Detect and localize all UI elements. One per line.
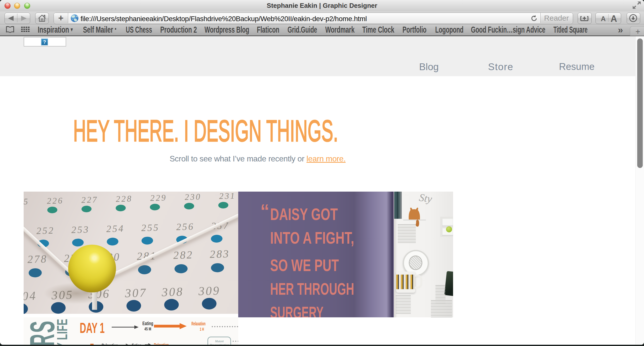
svg-text:Procrastination: Procrastination xyxy=(210,343,229,345)
svg-text:HEY THERE. I DESIGN THINGS.: HEY THERE. I DESIGN THINGS. xyxy=(73,114,338,147)
svg-text:HER THROUGH: HER THROUGH xyxy=(270,280,354,298)
svg-text:SURGERY: SURGERY xyxy=(270,303,324,317)
svg-text:Relaxation: Relaxation xyxy=(154,342,169,345)
svg-text:SO WE PUT: SO WE PUT xyxy=(270,256,339,275)
svg-text:INTO A FIGHT,: INTO A FIGHT, xyxy=(270,229,354,247)
svg-text:Relaxation: Relaxation xyxy=(191,321,206,326)
svg-text:Eating: Eating xyxy=(132,343,141,345)
svg-text:DAISY GOT: DAISY GOT xyxy=(270,205,338,224)
svg-text:45 M: 45 M xyxy=(144,327,151,331)
svg-text:Eating: Eating xyxy=(142,321,153,326)
svg-text:1 H: 1 H xyxy=(200,327,204,332)
svg-text:Relaxation: Relaxation xyxy=(102,343,118,345)
svg-text:Mutant: Mutant xyxy=(215,339,224,343)
svg-text:“: “ xyxy=(260,201,269,221)
